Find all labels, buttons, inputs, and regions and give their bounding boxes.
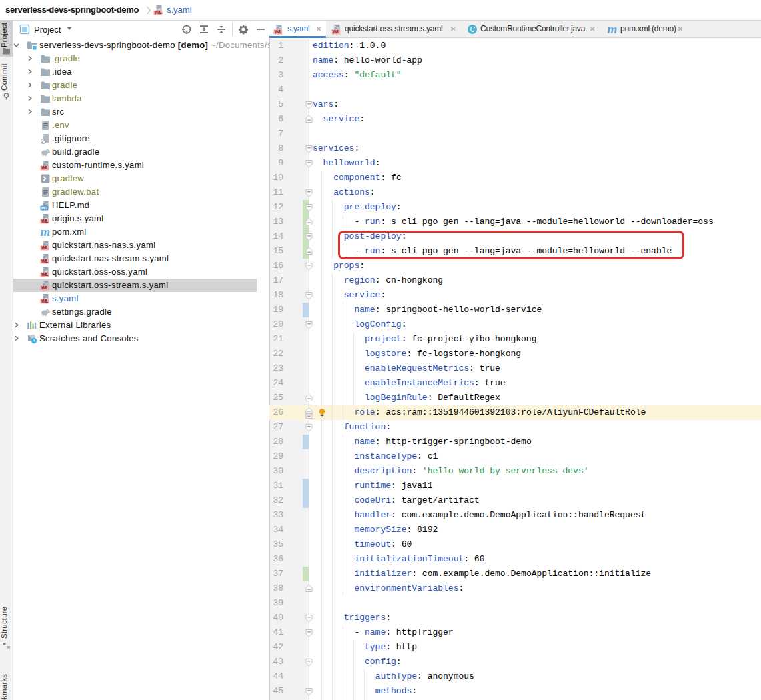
svg-text:YML: YML xyxy=(41,245,49,250)
svg-text:YML: YML xyxy=(332,29,340,34)
svg-text:MD: MD xyxy=(41,205,47,210)
svg-text:m: m xyxy=(40,227,50,237)
svg-text:YML: YML xyxy=(274,29,282,34)
svg-text:YML: YML xyxy=(41,299,49,303)
svg-text:YML: YML xyxy=(41,219,49,223)
svg-text:YML: YML xyxy=(41,285,49,290)
svg-text:YML: YML xyxy=(41,165,49,170)
svg-text:YML: YML xyxy=(41,259,49,263)
svg-text:m: m xyxy=(608,24,618,35)
svg-text:YML: YML xyxy=(41,272,49,277)
svg-text:C: C xyxy=(470,25,475,33)
